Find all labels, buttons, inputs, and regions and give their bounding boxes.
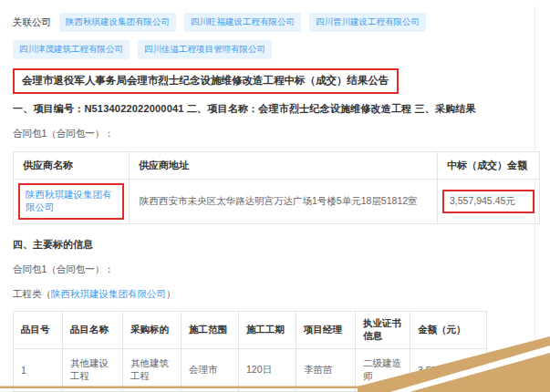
related-companies-row: 关联公司 陕西秋琪建设集团有限公司 四川旺福建设工程有限公司 四川晋川建设工程有… <box>13 13 537 59</box>
related-companies-label: 关联公司 <box>13 16 51 29</box>
column-header-award-amount: 中标（成交）金额 <box>438 152 540 180</box>
category-suffix: ） <box>166 288 176 299</box>
table-header-row: 品目号 品目名称 采购标的 施工范围 施工工期 项目经理 执业证书信息 金额（元… <box>14 312 487 349</box>
item-name-cell: 其他建设工程 <box>63 349 123 392</box>
table-header-row: 供应商名称 供应商地址 中标（成交）金额 <box>14 152 540 180</box>
work-duration-cell: 120日 <box>239 349 296 392</box>
supplier-address-text: 陕西西安市未央区太华路达明宫万达广场1号楼5单元18层51812室 <box>134 191 432 211</box>
related-company-tag[interactable]: 四川佳溢工程项目管理有限公司 <box>138 40 272 59</box>
work-scope-cell: 会理市 <box>182 349 239 392</box>
column-header-item-no: 品目号 <box>14 312 63 349</box>
column-header-supplier-name: 供应商名称 <box>14 152 130 180</box>
section4-title: 四、主要标的信息 <box>13 238 537 252</box>
supplier-table: 供应商名称 供应商地址 中标（成交）金额 陕西秋琪建设集团有限公司 陕西西安市未… <box>13 151 540 224</box>
related-company-tag[interactable]: 四川旺福建设工程有限公司 <box>184 13 301 32</box>
items-table: 品目号 品目名称 采购标的 施工范围 施工工期 项目经理 执业证书信息 金额（元… <box>13 311 487 392</box>
project-manager-cell: 李苗苗 <box>296 349 356 392</box>
column-header-item-name: 品目名称 <box>63 312 123 349</box>
supplier-address-cell: 陕西西安市未央区太华路达明宫万达广场1号楼5单元18层51812室 <box>130 180 438 224</box>
column-header-procurement-target: 采购标的 <box>123 312 182 349</box>
award-amount-text: 3,557,945.45元 <box>450 195 515 206</box>
category-line: 工程类（陕西秋琪建设集团有限公司） <box>13 288 537 301</box>
certificate-info-cell: 二级建造师 <box>356 349 410 392</box>
contract-package-label: 合同包1（合同包一）： <box>13 128 537 140</box>
column-header-certificate-info: 执业证书信息 <box>356 312 410 349</box>
table-row: 陕西秋琪建设集团有限公司 陕西西安市未央区太华路达明宫万达广场1号楼5单元18层… <box>14 180 540 224</box>
related-company-tag[interactable]: 四川津茂建筑工程有限公司 <box>13 40 130 59</box>
supplier-name-highlight: 陕西秋琪建设集团有限公司 <box>18 183 124 220</box>
table-row: 1 其他建设工程 其他建筑工程 会理市 120日 李苗苗 二级建造师 3,557… <box>14 349 487 392</box>
amount-cell: 3,557,945.45 <box>410 349 487 392</box>
announcement-page: 关联公司 陕西秋琪建设集团有限公司 四川旺福建设工程有限公司 四川晋川建设工程有… <box>0 0 550 392</box>
award-amount-highlight: 3,557,945.45元 <box>442 190 534 213</box>
contract-package-label-2: 合同包1（合同包一）： <box>13 263 537 276</box>
category-prefix: 工程类（ <box>13 288 51 299</box>
related-company-tag[interactable]: 陕西秋琪建设集团有限公司 <box>59 13 176 32</box>
project-meta-line: 一、项目编号：N5134022022000041 二、项目名称：会理市烈士纪念设… <box>13 102 537 116</box>
related-company-tag[interactable]: 四川晋川建设工程有限公司 <box>309 13 426 32</box>
page-title: 会理市退役军人事务局会理市烈士纪念设施维修改造工程中标（成交）结果公告 <box>13 68 399 94</box>
column-header-project-manager: 项目经理 <box>296 312 356 349</box>
item-no-cell: 1 <box>14 349 63 392</box>
column-header-work-duration: 施工工期 <box>239 312 296 349</box>
column-header-amount: 金额（元） <box>410 312 487 349</box>
supplier-name-link[interactable]: 陕西秋琪建设集团有限公司 <box>26 189 112 212</box>
column-header-supplier-address: 供应商地址 <box>130 152 438 180</box>
category-company-link[interactable]: 陕西秋琪建设集团有限公司 <box>51 288 166 299</box>
procurement-target-cell: 其他建筑工程 <box>123 349 182 392</box>
column-header-work-scope: 施工范围 <box>182 312 239 349</box>
